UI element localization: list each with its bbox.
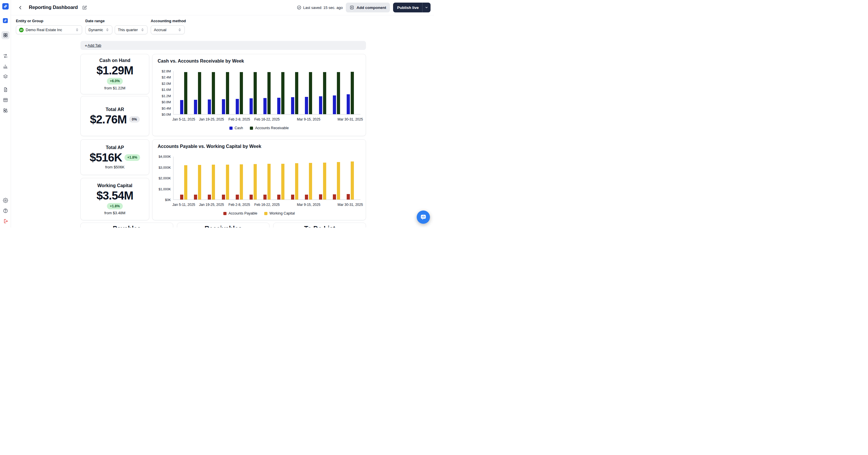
cash-bar [291,97,294,114]
accounting-method-value: Accrual [154,28,166,32]
todo-list-card[interactable]: To Do List [273,222,366,228]
kpi-column-top: Cash on Hand $1.29M +6.0% from $1.22M To… [81,54,149,136]
x-axis-slot: Mar 30-31, 2025 [347,200,354,210]
sidebar-item-layers[interactable] [1,73,9,81]
sidebar-item-logout[interactable] [1,217,9,225]
payables-card[interactable]: Payables [81,222,173,228]
y-axis: $4,000K$3,000K$2,000K$1,000K$0K [158,157,173,200]
x-axis-slot: Mar 9-15, 2025 [305,115,312,124]
cash-bar [180,100,183,114]
publish-live-button[interactable]: Publish live [393,3,431,12]
updown-chevrons-icon [178,28,182,32]
bar-group [180,157,187,200]
cash-bar [277,98,280,114]
kpi-title: Working Capital [97,183,132,188]
working-capital-bar [323,163,326,200]
x-axis-labels: Jan 5-11, 2025Jan 19-25, 2025Feb 2-8, 20… [174,200,361,210]
bar-group [319,157,326,200]
chart-card-cash-vs-accounts-receivable[interactable]: Cash vs. Accounts Receivable by Week $2.… [152,54,366,136]
date-mode-value: Dynamic [89,28,103,32]
entity-filter-label: Entity or Group [16,19,82,23]
chart-legend: Accounts PayableWorking Capital [158,211,361,215]
edit-title-button[interactable] [81,4,88,11]
x-axis-tick-label: Jan 5-11, 2025 [172,203,195,207]
accounts-payable-bar [305,194,308,200]
sidebar [0,0,11,228]
spreadsheet-icon [3,97,8,103]
x-axis-slot: Feb 16-22, 2025 [264,200,271,210]
date-mode-select[interactable]: Dynamic [85,25,113,34]
working-capital-bar [212,164,215,200]
sidebar-item-documents[interactable] [1,86,9,94]
x-axis-slot: Jan 19-25, 2025 [208,200,215,210]
sidebar-item-components[interactable] [1,107,9,115]
kpi-card-total-ar[interactable]: Total AR $2.76M 0% [81,96,149,136]
y-axis-tick-label: $2.8M [162,69,171,73]
x-axis-tick-label: Feb 2-8, 2025 [228,117,250,121]
transactions-arrows-icon [3,53,8,59]
app-logo[interactable] [2,3,9,9]
x-axis-tick-label: Feb 16-22, 2025 [254,117,280,121]
bar-group [305,71,312,114]
document-icon [3,87,8,92]
chart-plot-area: $4,000K$3,000K$2,000K$1,000K$0K [158,157,361,200]
kpi-delta-badge: +1.8% [107,203,122,209]
kpi-card-working-capital[interactable]: Working Capital $3.54M +1.8% from $3.48M [81,178,149,220]
back-button[interactable] [16,3,24,11]
legend-label: Cash [235,126,243,130]
bar-group [264,71,271,114]
accounts-payable-bar [222,194,225,200]
bar-group [208,71,215,114]
bar-group [347,157,354,200]
bar-group [250,157,257,200]
kpi-value: $3.54M [97,190,133,202]
bottom-cards-row: Payables Receivables To Do List [81,222,366,228]
x-axis-slot [277,115,284,124]
x-axis-slot: Jan 19-25, 2025 [208,115,215,124]
legend-swatch [229,127,232,130]
accounts-receivable-bar [198,72,201,114]
x-axis-tick-label: Mar 30-31, 2025 [337,117,363,121]
date-period-select[interactable]: This quarter [115,25,148,34]
publish-live-label: Publish live [393,5,422,10]
x-axis-tick-label: Jan 19-25, 2025 [199,117,224,121]
sidebar-bottom [1,196,9,225]
accounting-method-select[interactable]: Accrual [151,25,185,34]
bar-group [277,71,284,114]
x-axis-slot: Jan 5-11, 2025 [180,115,187,124]
chat-bubble-button[interactable] [417,211,430,224]
working-capital-bar [198,165,201,200]
accounts-receivable-bar [351,72,354,114]
sidebar-item-help[interactable] [1,207,9,215]
workspace-logo[interactable] [3,18,8,23]
last-saved-status: Last saved: 15 sec. ago [297,5,343,10]
legend-swatch [250,127,253,130]
y-axis-tick-label: $0.0M [162,113,171,116]
x-axis-slot: Feb 2-8, 2025 [236,200,243,210]
sidebar-item-analytics[interactable] [1,62,9,70]
plus-icon: + [85,43,87,48]
sidebar-item-dashboards[interactable] [1,31,9,39]
sidebar-item-settings[interactable] [1,196,9,205]
publish-dropdown-caret[interactable] [423,3,431,12]
receivables-card[interactable]: Receivables [177,222,270,228]
add-component-button[interactable]: Add component [346,3,390,12]
legend-label: Working Capital [270,211,295,215]
accounts-receivable-bar [281,72,284,114]
accounts-receivable-bar [226,72,229,114]
entity-select[interactable]: qb Demo Real Estate Inc [16,25,82,34]
bar-group [236,71,243,114]
accounts-payable-bar [347,194,350,200]
bar-group [291,157,298,200]
legend-item: Accounts Payable [223,211,257,215]
sidebar-item-spreadsheets[interactable] [1,96,9,104]
sidebar-item-transactions[interactable] [1,52,9,60]
chart-card-ap-vs-working-capital[interactable]: Accounts Payable vs. Working Capital by … [152,139,366,220]
legend-item: Cash [229,126,243,130]
add-tab-button[interactable]: + Add Tab [85,43,101,48]
working-capital-bar [281,164,284,200]
kpi-card-total-ap[interactable]: Total AP $516K +1.8% from $506K [81,139,149,175]
cash-bar [333,95,336,114]
accounts-payable-bar [333,194,336,200]
kpi-card-cash-on-hand[interactable]: Cash on Hand $1.29M +6.0% from $1.22M [81,54,149,94]
